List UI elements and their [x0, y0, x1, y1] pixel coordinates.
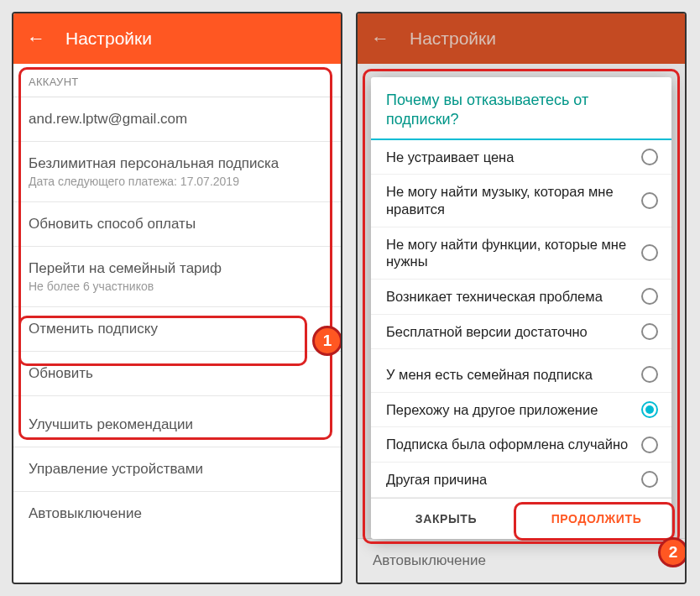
row-email[interactable]: and.rew.lptw@gmail.com	[13, 97, 341, 141]
appbar-title: Настройки	[65, 29, 152, 49]
row-subscription[interactable]: Безлимитная персональная подписка Дата с…	[13, 141, 341, 201]
email-value: and.rew.lptw@gmail.com	[29, 111, 326, 128]
option-family[interactable]: У меня есть семейная подписка	[371, 358, 671, 393]
back-icon[interactable]: ←	[27, 29, 45, 48]
option-accidental[interactable]: Подписка была оформлена случайно	[371, 427, 671, 463]
option-features[interactable]: Не могу найти функции, которые мне нужны	[371, 227, 671, 280]
option-label: Не могу найти музыку, которая мне нравит…	[386, 183, 633, 217]
cancel-reason-dialog: Почему вы отказываетесь от подписки? Не …	[371, 77, 671, 539]
autoshutdown-label: Автовыключение	[29, 505, 326, 522]
option-label: Не устраивает цена	[386, 149, 633, 166]
radio-icon	[641, 471, 658, 488]
dialog-content: Автовыключение Почему вы отказываетесь о…	[358, 64, 685, 583]
dialog-title: Почему вы отказываетесь от подписки?	[371, 77, 671, 140]
radio-icon	[641, 323, 658, 340]
dialog-options: Не устраивает цена Не могу найти музыку,…	[371, 140, 671, 498]
option-label: У меня есть семейная подписка	[386, 366, 633, 384]
option-label: Бесплатной версии достаточно	[386, 323, 633, 341]
manage-devices-label: Управление устройствами	[29, 461, 326, 478]
continue-button[interactable]: ПРОДОЛЖИТЬ	[521, 499, 671, 539]
phone-right: ← Настройки Автовыключение Почему вы отк…	[356, 12, 687, 584]
settings-content: АККАУНТ and.rew.lptw@gmail.com Безлимитн…	[13, 64, 341, 583]
appbar-dim: ← Настройки	[358, 13, 685, 64]
radio-icon	[641, 366, 658, 383]
subscription-title: Безлимитная персональная подписка	[29, 155, 326, 172]
phone-left: ← Настройки АККАУНТ and.rew.lptw@gmail.c…	[12, 12, 342, 584]
improve-recommendations-label: Улучшить рекомендации	[29, 416, 326, 433]
row-manage-devices[interactable]: Управление устройствами	[13, 447, 341, 491]
radio-icon	[641, 192, 658, 209]
option-label: Возникает техническая проблема	[386, 288, 633, 306]
row-payment-method[interactable]: Обновить способ оплаты	[13, 201, 341, 246]
option-label: Перехожу на другое приложение	[386, 401, 633, 419]
section-account-header: АККАУНТ	[13, 64, 341, 97]
radio-icon	[641, 437, 658, 453]
appbar: ← Настройки	[13, 13, 341, 64]
row-cancel-subscription[interactable]: Отменить подписку	[13, 306, 341, 351]
subscription-detail: Дата следующего платежа: 17.07.2019	[29, 175, 326, 188]
family-plan-title: Перейти на семейный тариф	[29, 260, 326, 277]
close-button[interactable]: ЗАКРЫТЬ	[371, 499, 521, 539]
row-family-plan[interactable]: Перейти на семейный тариф Не более 6 уча…	[13, 246, 341, 306]
row-refresh[interactable]: Обновить	[13, 351, 341, 395]
appbar-title: Настройки	[410, 29, 496, 49]
row-improve-recommendations[interactable]: Улучшить рекомендации	[13, 395, 341, 447]
option-other-app[interactable]: Перехожу на другое приложение	[371, 393, 671, 428]
cancel-subscription-label: Отменить подписку	[29, 321, 326, 337]
radio-icon-checked	[641, 401, 658, 418]
radio-icon	[641, 288, 658, 305]
back-icon: ←	[371, 29, 389, 48]
option-label: Подписка была оформлена случайно	[386, 436, 633, 453]
refresh-label: Обновить	[29, 365, 326, 382]
family-plan-detail: Не более 6 участников	[29, 280, 326, 293]
option-label: Другая причина	[386, 471, 633, 489]
payment-method-label: Обновить способ оплаты	[29, 216, 326, 233]
option-free-enough[interactable]: Бесплатной версии достаточно	[371, 315, 671, 350]
row-autoshutdown[interactable]: Автовыключение	[13, 491, 341, 536]
option-price[interactable]: Не устраивает цена	[371, 140, 671, 175]
option-music[interactable]: Не могу найти музыку, которая мне нравит…	[371, 175, 671, 227]
bg-row-autoshutdown: Автовыключение	[358, 538, 685, 583]
dialog-actions: ЗАКРЫТЬ ПРОДОЛЖИТЬ	[371, 498, 671, 539]
radio-icon	[641, 149, 658, 165]
radio-icon	[641, 244, 658, 261]
option-technical[interactable]: Возникает техническая проблема	[371, 280, 671, 315]
option-other-reason[interactable]: Другая причина	[371, 463, 671, 498]
option-label: Не могу найти функции, которые мне нужны	[386, 236, 633, 270]
